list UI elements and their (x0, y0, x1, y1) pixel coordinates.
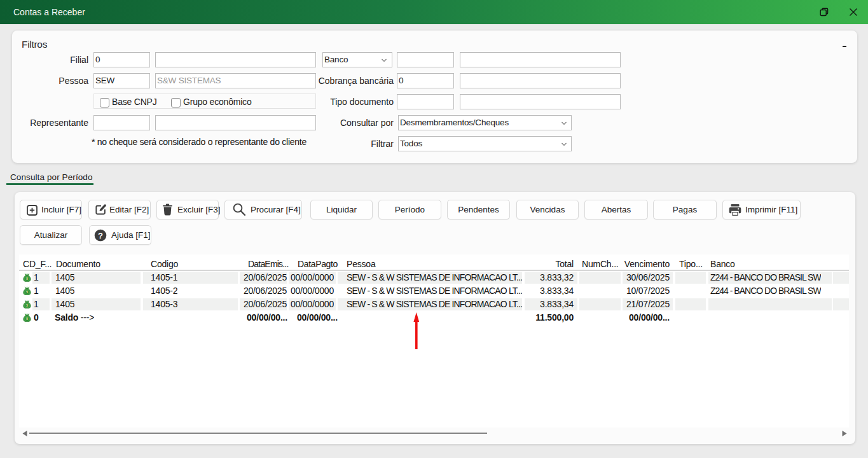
svg-text:?: ? (98, 231, 103, 240)
svg-text:5: 5 (26, 277, 28, 281)
svg-text:5: 5 (26, 304, 28, 307)
svg-text:5: 5 (26, 317, 28, 321)
svg-text:5: 5 (26, 291, 28, 294)
